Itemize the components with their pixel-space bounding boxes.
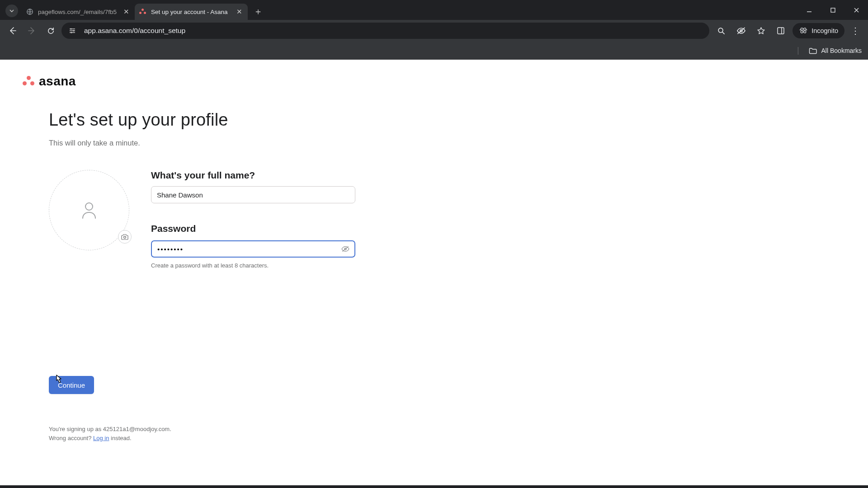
- reload-icon: [47, 27, 55, 35]
- address-bar[interactable]: app.asana.com/0/account_setup: [61, 23, 709, 39]
- avatar-upload[interactable]: [49, 170, 129, 250]
- browser-menu-button[interactable]: ⋮: [847, 25, 863, 36]
- window-bottom-edge: [0, 485, 868, 488]
- chevron-down-icon: [9, 8, 14, 14]
- browser-tab-inactive[interactable]: pageflows.com/_/emails/7fb5 ✕: [22, 4, 135, 20]
- new-tab-button[interactable]: ＋: [251, 5, 265, 18]
- asana-wordmark: asana: [39, 74, 76, 89]
- tab-close-button[interactable]: ✕: [235, 8, 243, 16]
- all-bookmarks-link[interactable]: All Bookmarks: [821, 47, 862, 54]
- window-controls: [797, 0, 868, 20]
- svg-point-5: [718, 28, 723, 33]
- password-visibility-toggle[interactable]: [341, 245, 350, 253]
- svg-point-8: [801, 31, 803, 33]
- incognito-icon: [799, 28, 808, 34]
- sidepanel-button[interactable]: [772, 23, 790, 39]
- eye-off-icon: [736, 27, 746, 35]
- site-settings-icon[interactable]: [68, 27, 77, 34]
- camera-icon: [121, 234, 128, 240]
- svg-point-2: [70, 28, 71, 29]
- address-bar-url: app.asana.com/0/account_setup: [84, 27, 703, 35]
- footer-line2-prefix: Wrong account?: [49, 435, 93, 441]
- full-name-input[interactable]: [157, 191, 349, 199]
- asana-logo-icon: [23, 76, 34, 87]
- page-heading: Let's set up your profile: [49, 110, 410, 130]
- magnifier-icon: [717, 27, 726, 35]
- footer-line2-suffix: instead.: [109, 435, 131, 441]
- window-minimize-button[interactable]: [797, 0, 821, 20]
- tabs-search-button[interactable]: [5, 5, 18, 17]
- continue-button[interactable]: Continue: [49, 376, 94, 394]
- full-name-input-wrapper: [151, 186, 355, 203]
- asana-favicon: [139, 8, 146, 15]
- window-close-button[interactable]: [844, 0, 868, 20]
- eye-off-icon: [341, 245, 350, 253]
- globe-icon: [26, 8, 33, 15]
- login-link[interactable]: Log in: [93, 435, 109, 441]
- browser-toolbar: app.asana.com/0/account_setup Incognito …: [0, 20, 868, 42]
- svg-point-9: [804, 31, 806, 33]
- svg-point-4: [71, 32, 72, 33]
- page-subheading: This will only take a minute.: [49, 139, 410, 147]
- nav-forward-button[interactable]: [24, 23, 40, 39]
- avatar-camera-button[interactable]: [118, 230, 132, 244]
- footer-line1-suffix: .: [170, 426, 171, 432]
- svg-rect-7: [778, 28, 784, 34]
- browser-tabstrip: pageflows.com/_/emails/7fb5 ✕ Set up you…: [0, 0, 868, 20]
- svg-point-3: [73, 30, 74, 31]
- tracking-blocked-button[interactable]: [732, 23, 750, 39]
- page-viewport: asana Let's set up your profile This wil…: [0, 60, 868, 485]
- user-icon: [81, 202, 97, 219]
- star-icon: [757, 27, 765, 35]
- window-maximize-button[interactable]: [821, 0, 844, 20]
- incognito-label: Incognito: [811, 27, 838, 34]
- nav-back-button[interactable]: [5, 23, 21, 39]
- password-input-wrapper: [151, 240, 355, 258]
- incognito-indicator[interactable]: Incognito: [793, 23, 844, 38]
- arrow-left-icon: [8, 26, 17, 35]
- profile-setup-section: Let's set up your profile This will only…: [49, 110, 410, 269]
- tab-title: Set up your account - Asana: [151, 9, 231, 15]
- zoom-search-button[interactable]: [712, 23, 730, 39]
- password-label: Password: [151, 223, 359, 234]
- continue-button-label: Continue: [58, 381, 85, 389]
- arrow-right-icon: [27, 26, 36, 35]
- tab-close-button[interactable]: ✕: [122, 8, 130, 16]
- asana-logo: asana: [23, 74, 76, 89]
- svg-point-11: [124, 236, 126, 239]
- folder-icon: [809, 47, 817, 54]
- bookmarks-separator: │: [797, 47, 801, 54]
- nav-reload-button[interactable]: [42, 23, 59, 39]
- panel-icon: [777, 27, 785, 35]
- password-input[interactable]: [157, 245, 349, 253]
- footer-line1-prefix: You're signing up as: [49, 426, 103, 432]
- tab-title: pageflows.com/_/emails/7fb5: [38, 9, 118, 15]
- browser-tab-active[interactable]: Set up your account - Asana ✕: [135, 4, 248, 20]
- password-hint: Create a password with at least 8 charac…: [151, 262, 359, 269]
- svg-point-10: [85, 203, 93, 210]
- footer-email: 425121a1@moodjoy.com: [103, 426, 170, 432]
- bookmarks-bar: │ All Bookmarks: [0, 42, 868, 60]
- bookmark-star-button[interactable]: [752, 23, 770, 39]
- svg-rect-1: [831, 8, 835, 12]
- full-name-label: What's your full name?: [151, 170, 359, 181]
- toolbar-right: Incognito ⋮: [712, 23, 863, 39]
- signup-footer: You're signing up as 425121a1@moodjoy.co…: [49, 425, 171, 443]
